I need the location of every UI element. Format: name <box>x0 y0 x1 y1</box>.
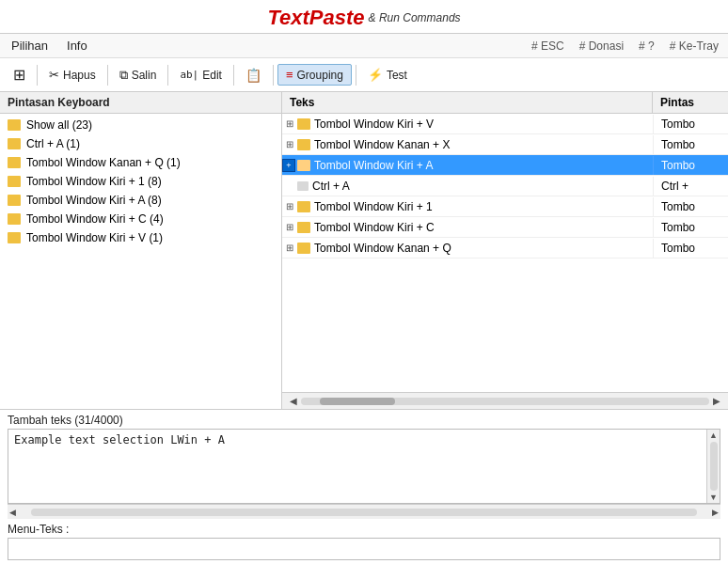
row-folder-icon <box>297 139 310 150</box>
shortcut-esc[interactable]: # ESC <box>530 38 566 55</box>
table-row[interactable]: ⊞ Tombol Window Kiri + V Tombo <box>282 114 728 134</box>
row-file-icon <box>297 181 309 191</box>
list-item-label: Show all (23) <box>26 118 92 132</box>
edit-icon: ab| <box>180 69 198 81</box>
col-pintasan: Pintas <box>653 92 728 113</box>
text-hscroll-track[interactable] <box>31 509 697 516</box>
table-row[interactable]: ⊞ Tombol Window Kiri + C Tombo <box>282 217 728 238</box>
toolbar-grouping-btn[interactable]: ≡ Grouping <box>277 64 352 86</box>
table-hscroll[interactable]: ◀ ▶ <box>282 392 728 409</box>
toolbar-test-btn[interactable]: ⚡ Test <box>360 65 415 85</box>
menu-pilihan[interactable]: Pilihan <box>8 37 52 55</box>
copy-icon: ⧉ <box>119 68 128 83</box>
list-item[interactable]: Tombol Window Kiri + V (1) <box>0 228 281 247</box>
hscroll-left-arrow[interactable]: ◀ <box>286 396 301 406</box>
row-pintasan: Tombo <box>653 135 728 154</box>
folder-icon <box>8 195 21 206</box>
toolbar-sep-5 <box>273 65 274 86</box>
list-item[interactable]: Tombol Window Kiri + 1 (8) <box>0 172 281 191</box>
folder-icon <box>8 157 21 168</box>
list-item[interactable]: Tombol Window Kiri + C (4) <box>0 210 281 228</box>
table-row[interactable]: Ctrl + A Ctrl + <box>282 176 728 196</box>
folder-icon <box>8 138 21 149</box>
shortcut-tray[interactable]: # Ke-Tray <box>668 38 720 55</box>
menu-info[interactable]: Info <box>63 37 91 55</box>
hscroll-thumb[interactable] <box>320 398 395 405</box>
toolbar-salin-btn[interactable]: ⧉ Salin <box>112 65 165 86</box>
text-hscroll-left[interactable]: ◀ <box>8 508 18 517</box>
vscroll-up-arrow[interactable]: ▲ <box>709 431 718 440</box>
toolbar: ⊞ ✂ Hapus ⧉ Salin ab| Edit 📋 ≡ Grouping … <box>0 58 728 92</box>
toolbar-sep-6 <box>356 65 356 86</box>
text-hscroll[interactable]: ◀ ▶ <box>8 504 720 519</box>
row-text: Tombol Window Kanan + Q <box>314 239 653 258</box>
left-panel: Pintasan Keyboard Show all (23) Ctrl + A… <box>0 92 282 409</box>
row-expander-icon: ⊞ <box>282 118 297 129</box>
table-body: ⊞ Tombol Window Kiri + V Tombo ⊞ Tombol … <box>282 114 728 392</box>
hscroll-right-arrow[interactable]: ▶ <box>709 396 724 406</box>
main-content: Pintasan Keyboard Show all (23) Ctrl + A… <box>0 92 728 564</box>
toolbar-paste-btn[interactable]: 📋 <box>238 65 269 86</box>
folder-icon <box>8 232 21 243</box>
vscroll-track[interactable] <box>710 442 718 491</box>
toolbar-hapus-btn[interactable]: ✂ Hapus <box>41 65 103 85</box>
scissors-icon: ✂ <box>49 68 59 82</box>
grouping-icon: ≡ <box>286 68 293 82</box>
table-row[interactable]: ⊞ Tombol Window Kanan + X Tombo <box>282 134 728 155</box>
menu-teks-section: Menu-Teks : <box>8 523 720 560</box>
left-panel-header: Pintasan Keyboard <box>0 92 281 114</box>
grid-icon: ⊞ <box>13 66 25 84</box>
menubar-left: Pilihan Info <box>8 37 91 55</box>
row-pintasan: Tombo <box>653 197 728 216</box>
row-expander-icon: + <box>282 159 297 172</box>
shortcut-donasi[interactable]: # Donasi <box>578 38 625 55</box>
bottom-section: Tambah teks (31/4000) ▲ ▼ ◀ ▶ Menu-Teks … <box>0 410 728 564</box>
row-pintasan: Tombo <box>653 239 728 258</box>
grouping-label: Grouping <box>297 69 343 82</box>
list-item[interactable]: Tombol Window Kiri + A (8) <box>0 191 281 210</box>
row-text: Tombol Window Kiri + 1 <box>314 197 653 216</box>
vscroll-down-arrow[interactable]: ▼ <box>709 493 718 502</box>
selected-marker-icon: + <box>282 159 295 172</box>
table-row-selected[interactable]: + Tombol Window Kiri + A Tombo <box>282 155 728 176</box>
table-row[interactable]: ⊞ Tombol Window Kanan + Q Tombo <box>282 238 728 258</box>
row-folder-icon <box>297 201 310 212</box>
list-item-label: Ctrl + A (1) <box>26 137 80 150</box>
hscroll-track[interactable] <box>301 398 709 405</box>
row-folder-icon <box>297 118 310 130</box>
row-pintasan: Ctrl + <box>653 177 728 196</box>
row-pintasan: Tombo <box>653 218 728 237</box>
test-icon: ⚡ <box>368 68 383 82</box>
text-hscroll-right[interactable]: ▶ <box>710 508 720 517</box>
hapus-label: Hapus <box>63 69 96 82</box>
menu-teks-label: Menu-Teks : <box>8 523 720 536</box>
row-pintasan: Tombo <box>653 115 728 133</box>
toolbar-grid-btn[interactable]: ⊞ <box>6 63 33 86</box>
menu-teks-input[interactable] <box>8 538 720 560</box>
list-item[interactable]: Tombol Window Kanan + Q (1) <box>0 153 281 172</box>
col-teks: Teks <box>282 92 653 113</box>
folder-icon <box>8 119 21 131</box>
toolbar-edit-btn[interactable]: ab| Edit <box>172 66 229 85</box>
keyboard-shortcut-list: Show all (23) Ctrl + A (1) Tombol Window… <box>0 114 281 409</box>
salin-label: Salin <box>132 69 157 82</box>
row-folder-icon <box>297 160 310 171</box>
row-text: Tombol Window Kanan + X <box>314 135 653 154</box>
shortcut-help[interactable]: # ? <box>637 38 657 55</box>
edit-label: Edit <box>202 69 222 82</box>
row-text: Tombol Window Kiri + A <box>314 156 653 175</box>
list-item[interactable]: Show all (23) <box>0 116 281 134</box>
menubar: Pilihan Info # ESC # Donasi # ? # Ke-Tra… <box>0 34 728 58</box>
text-area-scrollbar[interactable]: ▲ ▼ <box>706 430 720 503</box>
toolbar-sep-1 <box>37 65 38 86</box>
row-expander-icon: ⊞ <box>282 139 297 149</box>
row-folder-icon <box>297 243 310 254</box>
list-item-label: Tombol Window Kiri + V (1) <box>26 231 163 244</box>
row-folder-icon <box>297 222 310 233</box>
row-text: Ctrl + A <box>312 177 653 196</box>
text-area-input[interactable] <box>8 430 706 503</box>
test-label: Test <box>387 69 407 82</box>
table-row[interactable]: ⊞ Tombol Window Kiri + 1 Tombo <box>282 196 728 217</box>
list-item-label: Tombol Window Kiri + C (4) <box>26 212 164 226</box>
list-item[interactable]: Ctrl + A (1) <box>0 134 281 153</box>
